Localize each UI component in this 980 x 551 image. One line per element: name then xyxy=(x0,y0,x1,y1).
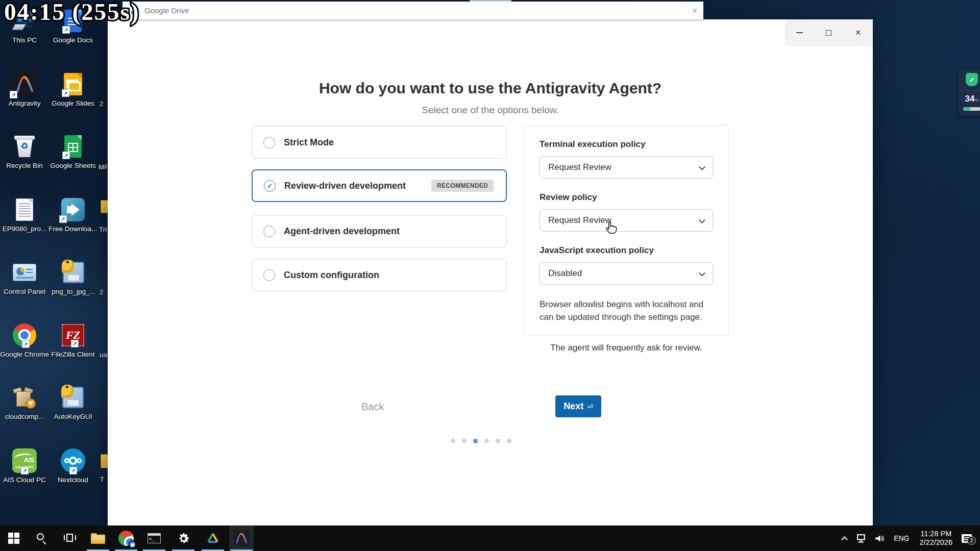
javascript-policy-label: JavaScript execution policy xyxy=(540,245,713,256)
gear-icon xyxy=(177,532,190,545)
close-button[interactable]: ✕ xyxy=(844,19,873,46)
start-button[interactable] xyxy=(2,526,26,550)
terminal-policy-value: Request Review xyxy=(548,162,611,172)
taskbar-chrome[interactable]: ☻ xyxy=(114,526,138,550)
radio-unselected-icon[interactable] xyxy=(263,137,275,148)
system-tray: ENG 11:28 PM 2/22/2026 2 xyxy=(838,525,980,551)
google-drive-window-title: Google Drive xyxy=(144,6,686,15)
back-button[interactable]: Back xyxy=(361,401,384,413)
clipped-icon-label: MF xyxy=(99,163,107,171)
minimize-icon xyxy=(796,32,803,33)
option-custom-configuration[interactable]: Custom configuration xyxy=(252,259,507,291)
desktop-icon-cloudcomp[interactable]: cloudcomp... xyxy=(0,385,49,421)
pagination-dot[interactable] xyxy=(484,439,489,443)
desktop-icon-ais-cloud-pc[interactable]: AISCloud PC↗ AIS Cloud PC xyxy=(0,448,49,484)
timer-overlay: 04:15 (255s) xyxy=(4,0,140,26)
clock-time: 11:28 PM xyxy=(919,530,952,538)
volume-icon[interactable] xyxy=(874,534,885,543)
desktop-icon-nextcloud[interactable]: ↗ Nextcloud xyxy=(48,448,97,484)
desktop-icon-antigravity[interactable]: ↗ Antigravity xyxy=(0,71,49,108)
widget-unit: % xyxy=(974,97,978,103)
minimize-button[interactable] xyxy=(785,19,814,46)
desktop-icon-google-slides[interactable]: ↗ Google Slides xyxy=(48,71,97,108)
clock-date: 2/22/2026 xyxy=(919,538,952,547)
shield-check-icon: ✓ xyxy=(966,73,978,86)
radio-unselected-icon[interactable] xyxy=(263,226,275,237)
shortcut-arrow-icon: ↗ xyxy=(10,91,17,98)
desktop-icon-ep9080[interactable]: EP9080_pro... xyxy=(0,197,49,233)
agent-review-note: The agent will frequently ask for review… xyxy=(524,343,729,353)
enter-key-icon: ⏎ xyxy=(587,403,593,411)
windows-logo-icon xyxy=(8,533,19,544)
desktop-icon-autokeygui[interactable]: AutoKeyGUI xyxy=(48,385,97,421)
desktop-icon-google-chrome[interactable]: ↗ Google Chrome xyxy=(0,322,49,359)
maximize-button[interactable] xyxy=(814,19,843,46)
chrome-profile-badge: ☻ xyxy=(129,541,136,548)
page-subtitle: Select one of the options below. xyxy=(108,105,873,116)
review-policy-select[interactable]: Request Review xyxy=(540,209,713,232)
google-sheets-icon: ↗ xyxy=(64,135,82,158)
notification-count-badge: 2 xyxy=(967,536,976,545)
chevron-down-icon xyxy=(699,164,705,170)
next-button[interactable]: Next ⏎ xyxy=(555,395,601,417)
shortcut-arrow-icon: ↗ xyxy=(62,89,69,97)
terminal-policy-label: Terminal execution policy xyxy=(540,139,713,150)
desktop-icon-google-sheets[interactable]: ↗ Google Sheets xyxy=(48,134,97,170)
pagination-dot-active[interactable] xyxy=(473,439,478,443)
pagination-dot[interactable] xyxy=(507,439,511,443)
google-slides-icon: ↗ xyxy=(64,73,82,95)
shortcut-arrow-icon: ↗ xyxy=(62,152,70,159)
google-drive-window-bar[interactable]: Google Drive ✕ xyxy=(122,2,703,19)
chevron-down-icon xyxy=(699,270,705,277)
installer-box-icon xyxy=(13,386,36,409)
javascript-policy-select[interactable]: Disabled xyxy=(540,262,713,285)
security-widget[interactable]: ✓ 34% xyxy=(959,69,980,116)
taskbar-search-button[interactable] xyxy=(30,526,54,550)
radio-unselected-icon[interactable] xyxy=(263,269,275,281)
option-strict-mode[interactable]: Strict Mode xyxy=(252,126,507,159)
terminal-policy-select[interactable]: Request Review xyxy=(540,156,713,179)
javascript-policy-value: Disabled xyxy=(548,268,582,279)
next-button-label: Next xyxy=(564,401,583,412)
shortcut-arrow-icon: ↗ xyxy=(59,215,67,223)
desktop-icon-png-to-jpg[interactable]: png_to_jpg_... xyxy=(45,260,102,296)
desktop-screen: 04:15 (255s) This PC ↗ Google Docs ↗ Ant… xyxy=(0,0,980,551)
taskbar-antigravity[interactable] xyxy=(229,526,254,550)
taskbar-file-explorer[interactable] xyxy=(86,526,110,550)
radio-selected-icon[interactable]: ✓ xyxy=(264,180,276,192)
python-file-icon xyxy=(63,262,84,283)
taskbar-terminal[interactable]: >_ xyxy=(142,526,166,550)
network-icon[interactable] xyxy=(856,534,867,543)
pagination-dot[interactable] xyxy=(496,439,500,443)
shortcut-arrow-icon: ↗ xyxy=(69,467,77,474)
option-review-driven[interactable]: ✓ Review-driven development RECOMMENDED xyxy=(252,169,507,202)
free-download-manager-icon: ↗ xyxy=(61,198,85,221)
taskbar-clock[interactable]: 11:28 PM 2/22/2026 xyxy=(919,530,952,547)
tray-expand-chevron-icon[interactable] xyxy=(841,536,848,543)
antigravity-setup-window: ✕ How do you want to use the Antigravity… xyxy=(108,19,873,525)
review-policy-value: Request Review xyxy=(548,215,611,226)
policy-panel: Terminal execution policy Request Review… xyxy=(524,125,729,335)
pagination-dot[interactable] xyxy=(462,439,467,443)
desktop-icon-control-panel[interactable]: Control Panel xyxy=(0,260,49,296)
taskbar-settings[interactable] xyxy=(171,526,195,550)
desktop-icon-recycle-bin[interactable]: ♻ Recycle Bin xyxy=(0,134,49,170)
allowlist-note: Browser allowlist begins with localhost … xyxy=(540,298,713,323)
python-file-icon xyxy=(62,387,84,408)
language-indicator[interactable]: ENG xyxy=(894,534,909,542)
task-view-button[interactable] xyxy=(58,526,82,550)
review-policy-label: Review policy xyxy=(540,192,713,203)
recycle-bin-icon: ♻ xyxy=(14,135,35,158)
desktop-icon-filezilla[interactable]: FZ↗ FileZilla Client xyxy=(48,322,97,359)
text-document-icon xyxy=(16,198,33,221)
pagination-dot[interactable] xyxy=(451,439,455,443)
recommended-badge: RECOMMENDED xyxy=(431,180,494,192)
notification-center-button[interactable]: 2 xyxy=(962,534,972,543)
shortcut-arrow-icon: ↗ xyxy=(62,26,70,34)
google-drive-close-icon[interactable]: ✕ xyxy=(686,7,703,15)
option-agent-driven[interactable]: Agent-driven development xyxy=(252,215,507,247)
taskbar-google-drive[interactable] xyxy=(201,526,225,550)
desktop-icon-free-download-manager[interactable]: ↗ Free Downloa... xyxy=(48,197,97,233)
shortcut-arrow-icon: ↗ xyxy=(22,340,30,348)
shortcut-arrow-icon: ↗ xyxy=(71,340,79,347)
